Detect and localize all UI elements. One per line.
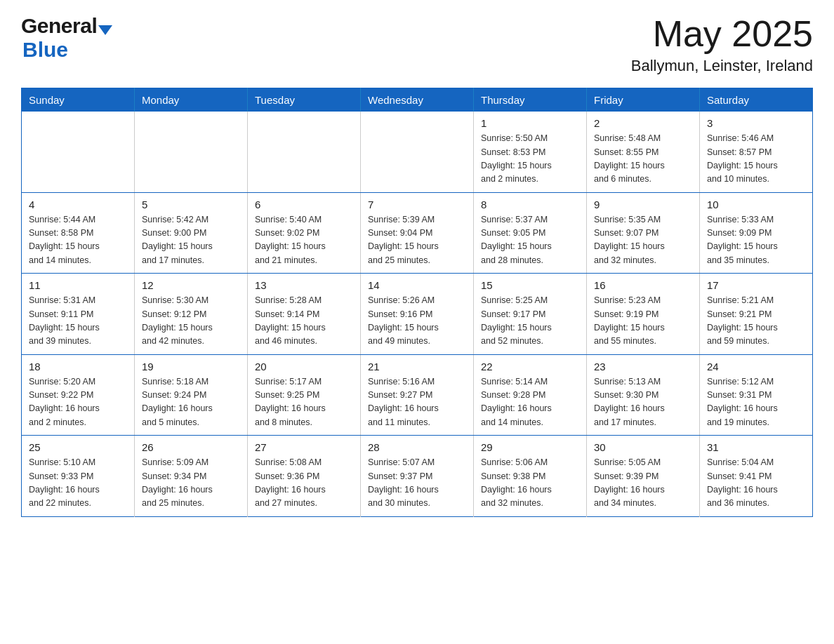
- day-info: Sunrise: 5:48 AM Sunset: 8:55 PM Dayligh…: [594, 132, 692, 187]
- day-number: 13: [255, 279, 353, 291]
- day-number: 1: [481, 117, 579, 129]
- calendar-cell: 28Sunrise: 5:07 AM Sunset: 9:37 PM Dayli…: [361, 436, 474, 517]
- day-info: Sunrise: 5:12 AM Sunset: 9:31 PM Dayligh…: [707, 375, 805, 430]
- day-number: 29: [481, 441, 579, 453]
- day-info: Sunrise: 5:09 AM Sunset: 9:34 PM Dayligh…: [142, 456, 240, 511]
- day-info: Sunrise: 5:20 AM Sunset: 9:22 PM Dayligh…: [29, 375, 127, 430]
- day-info: Sunrise: 5:06 AM Sunset: 9:38 PM Dayligh…: [481, 456, 579, 511]
- calendar-cell: 19Sunrise: 5:18 AM Sunset: 9:24 PM Dayli…: [135, 354, 248, 436]
- calendar-cell: 2Sunrise: 5:48 AM Sunset: 8:55 PM Daylig…: [587, 112, 700, 192]
- day-number: 6: [255, 199, 353, 210]
- day-info: Sunrise: 5:10 AM Sunset: 9:33 PM Dayligh…: [29, 456, 127, 511]
- calendar-cell: 5Sunrise: 5:42 AM Sunset: 9:00 PM Daylig…: [135, 192, 248, 274]
- day-number: 10: [707, 199, 805, 210]
- calendar-cell: 15Sunrise: 5:25 AM Sunset: 9:17 PM Dayli…: [474, 274, 587, 355]
- day-number: 4: [29, 199, 127, 210]
- day-number: 16: [594, 279, 692, 291]
- day-info: Sunrise: 5:40 AM Sunset: 9:02 PM Dayligh…: [255, 213, 353, 268]
- day-info: Sunrise: 5:14 AM Sunset: 9:28 PM Dayligh…: [481, 375, 579, 430]
- calendar-cell: 29Sunrise: 5:06 AM Sunset: 9:38 PM Dayli…: [474, 436, 587, 517]
- calendar-week-row: 1Sunrise: 5:50 AM Sunset: 8:53 PM Daylig…: [22, 112, 813, 192]
- day-info: Sunrise: 5:28 AM Sunset: 9:14 PM Dayligh…: [255, 294, 353, 349]
- calendar-week-row: 4Sunrise: 5:44 AM Sunset: 8:58 PM Daylig…: [22, 192, 813, 274]
- calendar-table: SundayMondayTuesdayWednesdayThursdayFrid…: [21, 88, 813, 517]
- calendar-cell: 6Sunrise: 5:40 AM Sunset: 9:02 PM Daylig…: [248, 192, 361, 274]
- calendar-cell: [135, 112, 248, 192]
- calendar-cell: 17Sunrise: 5:21 AM Sunset: 9:21 PM Dayli…: [700, 274, 813, 355]
- calendar-cell: 13Sunrise: 5:28 AM Sunset: 9:14 PM Dayli…: [248, 274, 361, 355]
- day-number: 8: [481, 199, 579, 210]
- calendar-cell: 12Sunrise: 5:30 AM Sunset: 9:12 PM Dayli…: [135, 274, 248, 355]
- day-info: Sunrise: 5:17 AM Sunset: 9:25 PM Dayligh…: [255, 375, 353, 430]
- day-number: 9: [594, 199, 692, 210]
- day-info: Sunrise: 5:08 AM Sunset: 9:36 PM Dayligh…: [255, 456, 353, 511]
- day-number: 23: [594, 361, 692, 373]
- day-info: Sunrise: 5:50 AM Sunset: 8:53 PM Dayligh…: [481, 132, 579, 187]
- calendar-cell: 7Sunrise: 5:39 AM Sunset: 9:04 PM Daylig…: [361, 192, 474, 274]
- page-header: General Blue May 2025 Ballymun, Leinster…: [21, 14, 813, 75]
- title-area: May 2025 Ballymun, Leinster, Ireland: [631, 14, 813, 75]
- day-info: Sunrise: 5:13 AM Sunset: 9:30 PM Dayligh…: [594, 375, 692, 430]
- calendar-cell: 26Sunrise: 5:09 AM Sunset: 9:34 PM Dayli…: [135, 436, 248, 517]
- day-number: 3: [707, 117, 805, 129]
- calendar-cell: 8Sunrise: 5:37 AM Sunset: 9:05 PM Daylig…: [474, 192, 587, 274]
- calendar-cell: 16Sunrise: 5:23 AM Sunset: 9:19 PM Dayli…: [587, 274, 700, 355]
- calendar-cell: 20Sunrise: 5:17 AM Sunset: 9:25 PM Dayli…: [248, 354, 361, 436]
- calendar-cell: 30Sunrise: 5:05 AM Sunset: 9:39 PM Dayli…: [587, 436, 700, 517]
- day-number: 2: [594, 117, 692, 129]
- calendar-cell: 25Sunrise: 5:10 AM Sunset: 9:33 PM Dayli…: [22, 436, 135, 517]
- day-info: Sunrise: 5:23 AM Sunset: 9:19 PM Dayligh…: [594, 294, 692, 349]
- day-info: Sunrise: 5:44 AM Sunset: 8:58 PM Dayligh…: [29, 213, 127, 268]
- day-number: 20: [255, 361, 353, 373]
- calendar-cell: 23Sunrise: 5:13 AM Sunset: 9:30 PM Dayli…: [587, 354, 700, 436]
- weekday-header-tuesday: Tuesday: [248, 88, 361, 112]
- calendar-cell: 14Sunrise: 5:26 AM Sunset: 9:16 PM Dayli…: [361, 274, 474, 355]
- day-number: 27: [255, 441, 353, 453]
- day-info: Sunrise: 5:46 AM Sunset: 8:57 PM Dayligh…: [707, 132, 805, 187]
- day-number: 12: [142, 279, 240, 291]
- calendar-cell: [248, 112, 361, 192]
- calendar-week-row: 25Sunrise: 5:10 AM Sunset: 9:33 PM Dayli…: [22, 436, 813, 517]
- calendar-cell: 1Sunrise: 5:50 AM Sunset: 8:53 PM Daylig…: [474, 112, 587, 192]
- calendar-cell: 4Sunrise: 5:44 AM Sunset: 8:58 PM Daylig…: [22, 192, 135, 274]
- calendar-cell: 31Sunrise: 5:04 AM Sunset: 9:41 PM Dayli…: [700, 436, 813, 517]
- day-number: 22: [481, 361, 579, 373]
- day-info: Sunrise: 5:42 AM Sunset: 9:00 PM Dayligh…: [142, 213, 240, 268]
- day-info: Sunrise: 5:37 AM Sunset: 9:05 PM Dayligh…: [481, 213, 579, 268]
- calendar-cell: 18Sunrise: 5:20 AM Sunset: 9:22 PM Dayli…: [22, 354, 135, 436]
- calendar-week-row: 18Sunrise: 5:20 AM Sunset: 9:22 PM Dayli…: [22, 354, 813, 436]
- weekday-header-monday: Monday: [135, 88, 248, 112]
- month-title: May 2025: [631, 14, 813, 54]
- day-number: 31: [707, 441, 805, 453]
- day-number: 17: [707, 279, 805, 291]
- day-info: Sunrise: 5:26 AM Sunset: 9:16 PM Dayligh…: [368, 294, 466, 349]
- weekday-header-row: SundayMondayTuesdayWednesdayThursdayFrid…: [22, 88, 813, 112]
- day-info: Sunrise: 5:30 AM Sunset: 9:12 PM Dayligh…: [142, 294, 240, 349]
- day-info: Sunrise: 5:04 AM Sunset: 9:41 PM Dayligh…: [707, 456, 805, 511]
- calendar-week-row: 11Sunrise: 5:31 AM Sunset: 9:11 PM Dayli…: [22, 274, 813, 355]
- day-number: 11: [29, 279, 127, 291]
- day-info: Sunrise: 5:07 AM Sunset: 9:37 PM Dayligh…: [368, 456, 466, 511]
- calendar-cell: 21Sunrise: 5:16 AM Sunset: 9:27 PM Dayli…: [361, 354, 474, 436]
- weekday-header-sunday: Sunday: [22, 88, 135, 112]
- calendar-cell: 22Sunrise: 5:14 AM Sunset: 9:28 PM Dayli…: [474, 354, 587, 436]
- calendar-cell: [22, 112, 135, 192]
- calendar-cell: 10Sunrise: 5:33 AM Sunset: 9:09 PM Dayli…: [700, 192, 813, 274]
- location-title: Ballymun, Leinster, Ireland: [631, 57, 813, 75]
- day-info: Sunrise: 5:31 AM Sunset: 9:11 PM Dayligh…: [29, 294, 127, 349]
- day-info: Sunrise: 5:39 AM Sunset: 9:04 PM Dayligh…: [368, 213, 466, 268]
- day-number: 14: [368, 279, 466, 291]
- day-number: 18: [29, 361, 127, 373]
- calendar-cell: 11Sunrise: 5:31 AM Sunset: 9:11 PM Dayli…: [22, 274, 135, 355]
- calendar-cell: 27Sunrise: 5:08 AM Sunset: 9:36 PM Dayli…: [248, 436, 361, 517]
- day-number: 24: [707, 361, 805, 373]
- weekday-header-wednesday: Wednesday: [361, 88, 474, 112]
- calendar-cell: [361, 112, 474, 192]
- day-number: 26: [142, 441, 240, 453]
- day-number: 5: [142, 199, 240, 210]
- logo-blue-text: Blue: [21, 38, 68, 61]
- logo: General Blue: [21, 14, 112, 62]
- logo-arrow-icon: [98, 25, 112, 35]
- calendar-cell: 9Sunrise: 5:35 AM Sunset: 9:07 PM Daylig…: [587, 192, 700, 274]
- day-number: 15: [481, 279, 579, 291]
